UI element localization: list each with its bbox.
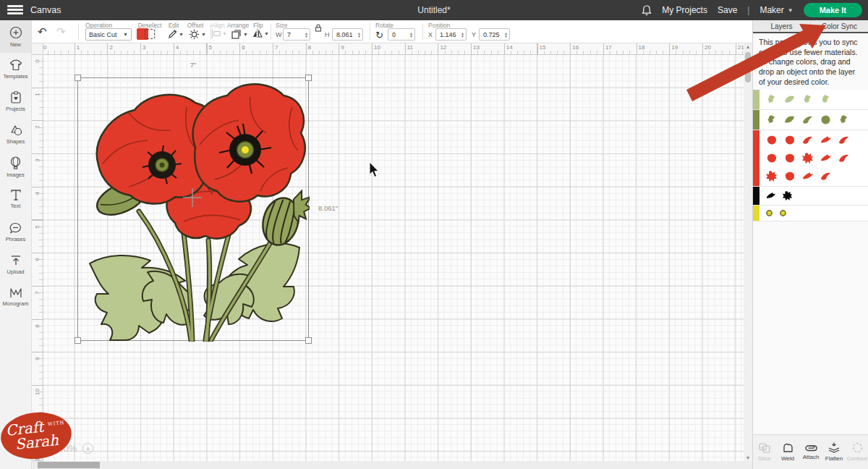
- stepper-icon[interactable]: ▲▼: [409, 32, 413, 38]
- undo-button[interactable]: ↶: [38, 25, 47, 38]
- ruler-number: 12: [440, 44, 446, 51]
- sidebar-item-text[interactable]: Text: [0, 183, 31, 216]
- flip-button[interactable]: ▼: [252, 29, 269, 38]
- layer-shape-thumbnail[interactable]: [782, 190, 793, 201]
- rotate-icon[interactable]: ↻: [375, 30, 383, 41]
- layer-shape-thumbnail[interactable]: [838, 114, 850, 126]
- contour-button[interactable]: Contour: [846, 435, 868, 469]
- layer-shape-thumbnail[interactable]: [765, 209, 773, 217]
- attach-button[interactable]: Attach: [799, 435, 822, 469]
- machine-selector[interactable]: Maker▼: [760, 5, 793, 15]
- vertical-scrollbar[interactable]: ▲ ▼: [744, 43, 752, 461]
- color-sync-row[interactable]: [753, 206, 868, 221]
- ruler-major-ticks: [32, 43, 744, 54]
- edit-button[interactable]: ▼: [168, 29, 184, 39]
- stepper-icon[interactable]: ▲▼: [504, 32, 508, 38]
- color-sync-row[interactable]: [753, 90, 868, 110]
- lock-icon[interactable]: [314, 24, 323, 32]
- color-bar: [753, 90, 760, 109]
- layer-shape-thumbnail[interactable]: [765, 93, 778, 106]
- selection-bounding-box[interactable]: [77, 77, 309, 341]
- sidebar-item-upload[interactable]: Upload: [0, 248, 31, 281]
- layer-shape-thumbnail[interactable]: [801, 134, 814, 146]
- sidebar-item-projects[interactable]: Projects: [0, 85, 31, 118]
- ruler-number: 9: [34, 355, 41, 363]
- layer-shape-thumbnail[interactable]: [801, 170, 814, 182]
- color-sync-row[interactable]: [753, 187, 868, 206]
- slice-button[interactable]: p Slice: [753, 435, 776, 469]
- layer-shape-thumbnail[interactable]: [765, 152, 778, 164]
- sidebar-item-shapes[interactable]: Shapes: [0, 118, 31, 151]
- poppy-artwork[interactable]: [78, 78, 310, 342]
- text-icon: [11, 190, 21, 200]
- layer-shape-thumbnail[interactable]: [820, 114, 832, 126]
- layer-shape-thumbnail[interactable]: [801, 152, 814, 164]
- layer-shape-thumbnail[interactable]: [765, 170, 778, 182]
- ruler-number: 13: [473, 44, 480, 51]
- contour-icon: [852, 442, 863, 453]
- offset-label: Offset: [187, 22, 204, 29]
- tab-layers[interactable]: Layers: [753, 20, 810, 32]
- sidebar-item-images[interactable]: Images: [0, 151, 31, 183]
- selection-handle-top-left[interactable]: [75, 75, 81, 81]
- notifications-bell-icon[interactable]: [642, 5, 652, 16]
- deselect-button[interactable]: [145, 29, 155, 39]
- vertical-scrollbar-thumb[interactable]: [745, 52, 751, 83]
- layer-shape-thumbnail[interactable]: [820, 152, 832, 164]
- layer-shape-thumbnail[interactable]: [783, 170, 796, 182]
- my-projects-link[interactable]: My Projects: [662, 5, 707, 15]
- height-input[interactable]: 8.061▲▼: [332, 28, 363, 41]
- layer-shape-thumbnail[interactable]: [765, 190, 776, 201]
- width-input[interactable]: 7▲▼: [283, 28, 310, 41]
- layer-shape-thumbnail[interactable]: [801, 114, 814, 126]
- sidebar-item-monogram[interactable]: Monogram: [0, 281, 31, 313]
- tab-color-sync[interactable]: Color Sync: [810, 20, 868, 32]
- arrange-button[interactable]: ▼: [231, 29, 248, 39]
- horizontal-scrollbar[interactable]: [32, 461, 752, 469]
- offset-button[interactable]: ▼: [189, 29, 206, 40]
- redo-button[interactable]: ↷: [56, 25, 66, 38]
- layer-shape-thumbnail[interactable]: [765, 114, 778, 126]
- stepper-icon[interactable]: ▲▼: [461, 32, 464, 38]
- offset-icon: [189, 29, 200, 40]
- weld-button[interactable]: Weld: [776, 435, 799, 469]
- layer-shape-thumbnail[interactable]: [838, 152, 850, 164]
- shapes-icon: [9, 124, 22, 136]
- zoom-in-button[interactable]: +: [82, 443, 93, 454]
- layer-shape-thumbnail[interactable]: [783, 152, 796, 164]
- ruler-number: 15: [540, 44, 546, 51]
- stepper-icon[interactable]: ▲▼: [357, 32, 361, 38]
- layer-shape-thumbnail[interactable]: [820, 134, 832, 146]
- layer-shape-thumbnail[interactable]: [838, 134, 850, 146]
- selection-handle-bottom-left[interactable]: [75, 337, 81, 344]
- align-button[interactable]: ▼: [211, 29, 227, 38]
- selection-handle-bottom-right[interactable]: [305, 337, 312, 344]
- header-divider: |: [747, 5, 749, 15]
- layer-shape-thumbnail[interactable]: [820, 93, 832, 106]
- make-it-button[interactable]: Make It: [804, 3, 862, 17]
- stepper-icon[interactable]: ▲▼: [305, 32, 308, 38]
- horizontal-scrollbar-thumb[interactable]: [38, 462, 100, 468]
- layer-shape-thumbnail[interactable]: [783, 114, 796, 126]
- layer-shape-thumbnail[interactable]: [783, 134, 796, 146]
- color-sync-row[interactable]: [753, 130, 868, 187]
- layer-shape-thumbnail[interactable]: [783, 93, 796, 106]
- save-link[interactable]: Save: [718, 5, 737, 15]
- scroll-down-icon[interactable]: ▼: [744, 455, 752, 460]
- x-position-input[interactable]: 1.146▲▼: [435, 28, 467, 41]
- y-position-input[interactable]: 0.725▲▼: [479, 28, 510, 41]
- scroll-up-icon[interactable]: ▲: [744, 44, 752, 49]
- selection-handle-top-right[interactable]: [305, 75, 312, 81]
- operation-select[interactable]: Basic Cut▼: [85, 28, 132, 41]
- color-sync-row[interactable]: [753, 110, 868, 130]
- flatten-button[interactable]: Flatten: [822, 435, 846, 469]
- sidebar-item-new[interactable]: New: [0, 20, 31, 53]
- slice-icon: p: [759, 443, 770, 453]
- layer-shape-thumbnail[interactable]: [820, 170, 832, 182]
- rotate-input[interactable]: 0▲▼: [388, 28, 415, 41]
- layer-shape-thumbnail[interactable]: [801, 93, 814, 106]
- layer-shape-thumbnail[interactable]: [779, 209, 787, 217]
- sidebar-item-phrases[interactable]: Phrases: [0, 216, 31, 248]
- sidebar-item-templates[interactable]: Templates: [0, 53, 31, 85]
- layer-shape-thumbnail[interactable]: [765, 134, 778, 146]
